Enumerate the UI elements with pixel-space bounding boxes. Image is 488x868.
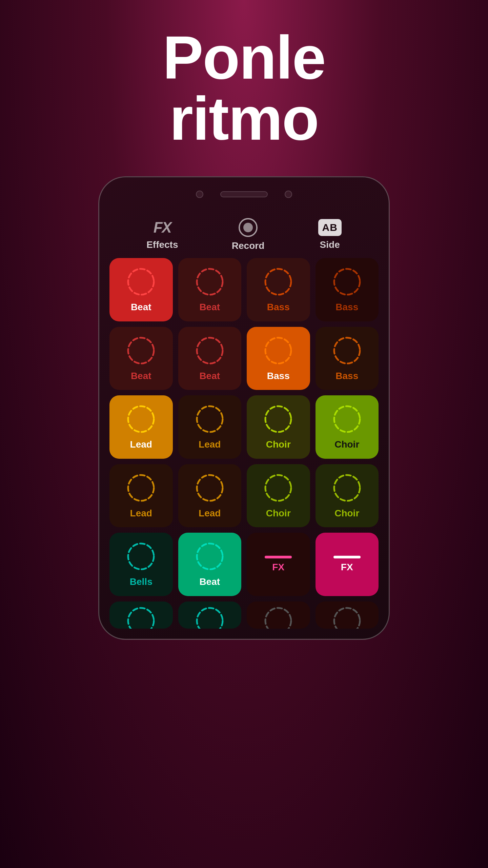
fx-icon: FX bbox=[154, 219, 171, 236]
toolbar-side[interactable]: AB Side bbox=[318, 219, 342, 250]
pad-r4-c2[interactable]: FX bbox=[247, 533, 310, 596]
svg-point-5 bbox=[197, 338, 223, 363]
pad-r2-c2[interactable]: Choir bbox=[247, 395, 310, 459]
svg-point-18 bbox=[128, 608, 154, 629]
svg-point-20 bbox=[265, 608, 291, 629]
phone-notch bbox=[99, 177, 389, 211]
bottom-pad-1[interactable] bbox=[178, 601, 242, 629]
pad-label: Beat bbox=[131, 371, 151, 381]
bottom-pad-0[interactable] bbox=[109, 601, 173, 629]
svg-point-19 bbox=[197, 608, 223, 629]
pad-circle-wrap bbox=[263, 404, 293, 436]
pad-circle-wrap bbox=[263, 267, 293, 298]
svg-point-12 bbox=[128, 475, 154, 501]
svg-point-9 bbox=[197, 406, 223, 432]
svg-point-2 bbox=[265, 269, 291, 295]
pad-r2-c3[interactable]: Choir bbox=[316, 395, 379, 459]
svg-point-15 bbox=[334, 475, 360, 501]
pad-r4-c0[interactable]: Bells bbox=[109, 533, 173, 596]
pad-r0-c0[interactable]: Beat bbox=[109, 258, 173, 321]
pad-circle-wrap bbox=[332, 473, 362, 505]
pad-label: Bass bbox=[336, 302, 358, 313]
phone-frame: FX Effects Record AB Side Beat Beat Bass… bbox=[98, 176, 390, 640]
pad-circle-wrap bbox=[195, 404, 225, 436]
pad-circle-wrap bbox=[332, 404, 362, 436]
pad-r1-c0[interactable]: Beat bbox=[109, 327, 173, 390]
pad-label: Choir bbox=[266, 508, 291, 519]
svg-point-14 bbox=[265, 475, 291, 501]
bottom-grid bbox=[99, 601, 389, 629]
effects-label: Effects bbox=[146, 239, 178, 250]
phone-wrapper: FX Effects Record AB Side Beat Beat Bass… bbox=[92, 176, 396, 640]
pad-circle-wrap bbox=[332, 335, 362, 367]
pad-label: Choir bbox=[334, 439, 359, 450]
svg-point-21 bbox=[334, 608, 360, 629]
pad-r3-c0[interactable]: Lead bbox=[109, 464, 173, 528]
record-icon bbox=[239, 218, 258, 237]
pad-label: Choir bbox=[334, 508, 359, 519]
pad-r0-c1[interactable]: Beat bbox=[178, 258, 242, 321]
pad-circle-wrap bbox=[263, 473, 293, 505]
pad-r3-c2[interactable]: Choir bbox=[247, 464, 310, 528]
camera-dot-left bbox=[196, 191, 203, 198]
camera-dot-right bbox=[285, 191, 292, 198]
svg-point-4 bbox=[128, 338, 154, 363]
pad-label: FX bbox=[341, 562, 353, 573]
pad-label: Bass bbox=[267, 302, 290, 313]
pad-r3-c1[interactable]: Lead bbox=[178, 464, 242, 528]
bottom-pad-3[interactable] bbox=[316, 601, 379, 629]
svg-point-3 bbox=[334, 269, 360, 295]
pad-r2-c1[interactable]: Lead bbox=[178, 395, 242, 459]
pad-circle-wrap bbox=[263, 335, 293, 367]
pad-circle-wrap bbox=[195, 267, 225, 298]
svg-point-17 bbox=[197, 544, 223, 569]
pad-label: FX bbox=[272, 562, 284, 573]
pad-grid: Beat Beat Bass Bass Beat Beat Bass Bass … bbox=[99, 258, 389, 596]
pad-circle-wrap bbox=[195, 473, 225, 505]
scroll-indicator bbox=[389, 398, 390, 418]
pad-circle-wrap bbox=[195, 335, 225, 367]
pad-r3-c3[interactable]: Choir bbox=[316, 464, 379, 528]
headline-line2: ritmo bbox=[163, 88, 325, 149]
headline-line1: Ponle bbox=[163, 27, 325, 88]
svg-point-6 bbox=[265, 338, 291, 363]
pad-r1-c3[interactable]: Bass bbox=[316, 327, 379, 390]
headline: Ponle ritmo bbox=[163, 27, 325, 149]
pad-circle-wrap bbox=[126, 404, 156, 436]
svg-point-11 bbox=[334, 406, 360, 432]
svg-point-13 bbox=[197, 475, 223, 501]
pad-r1-c2[interactable]: Bass bbox=[247, 327, 310, 390]
bottom-pad-2[interactable] bbox=[247, 601, 310, 629]
pad-label: Choir bbox=[266, 439, 291, 450]
pad-label: Bass bbox=[336, 371, 358, 381]
svg-point-0 bbox=[128, 269, 154, 295]
pad-label: Beat bbox=[131, 302, 151, 313]
pad-label: Beat bbox=[199, 302, 220, 313]
toolbar: FX Effects Record AB Side bbox=[99, 211, 389, 258]
pad-r1-c1[interactable]: Beat bbox=[178, 327, 242, 390]
svg-point-10 bbox=[265, 406, 291, 432]
pad-r4-c3[interactable]: FX bbox=[316, 533, 379, 596]
pad-label: Lead bbox=[199, 508, 221, 519]
toolbar-effects[interactable]: FX Effects bbox=[146, 219, 178, 250]
pad-r0-c3[interactable]: Bass bbox=[316, 258, 379, 321]
svg-point-1 bbox=[197, 269, 223, 295]
pad-label: Beat bbox=[199, 576, 220, 587]
toolbar-record[interactable]: Record bbox=[232, 218, 264, 251]
pad-label: Lead bbox=[130, 508, 152, 519]
pad-circle-wrap bbox=[126, 335, 156, 367]
side-label: Side bbox=[320, 239, 340, 250]
pad-label: Beat bbox=[199, 371, 220, 381]
pad-r2-c0[interactable]: Lead bbox=[109, 395, 173, 459]
pad-circle-wrap bbox=[126, 473, 156, 505]
record-dot bbox=[243, 223, 253, 232]
record-label: Record bbox=[232, 240, 264, 251]
fx-line bbox=[265, 556, 292, 558]
pad-circle-wrap bbox=[332, 267, 362, 298]
pad-r0-c2[interactable]: Bass bbox=[247, 258, 310, 321]
pad-r4-c1[interactable]: Beat bbox=[178, 533, 242, 596]
pad-label: Lead bbox=[130, 439, 152, 450]
fx-line bbox=[333, 556, 361, 558]
speaker-bar bbox=[220, 191, 268, 197]
svg-point-7 bbox=[334, 338, 360, 363]
